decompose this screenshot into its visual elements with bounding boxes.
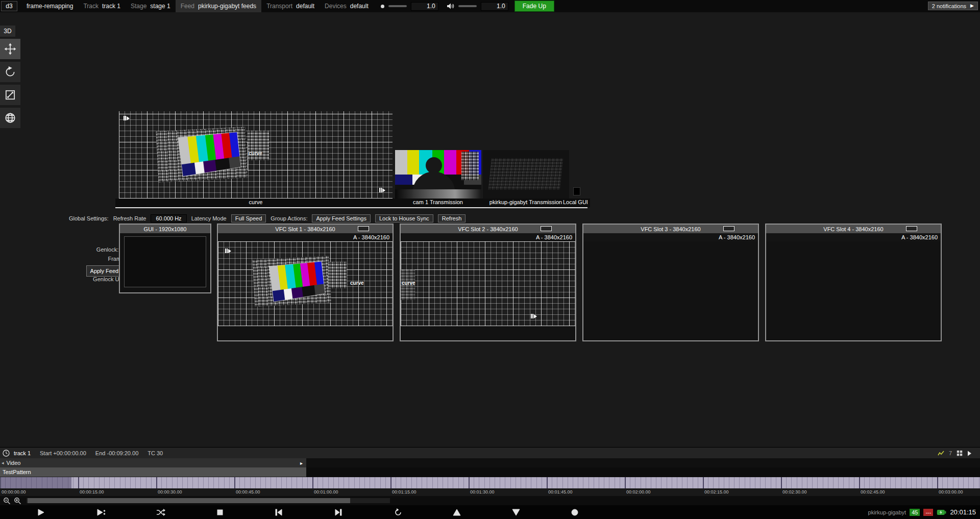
latency-mode-value[interactable]: Full Speed [231, 214, 266, 223]
stop-button[interactable] [209, 505, 231, 519]
ruler-tick [312, 477, 313, 488]
feed-label-cam1[interactable]: cam 1 Transmission [413, 199, 463, 205]
volume-value-a[interactable]: 1.0 [411, 2, 438, 11]
collapse-arrow-icon[interactable]: ◂ [2, 460, 4, 465]
rotate-icon [4, 66, 16, 78]
volume-value-b[interactable]: 1.0 [481, 2, 508, 11]
track-start[interactable]: Start +00:00:00.00 [40, 450, 86, 456]
timeline-scrollbar-track[interactable] [27, 498, 390, 503]
up-button[interactable] [446, 505, 468, 519]
vfc4-checkbox[interactable] [906, 226, 917, 231]
menu-stage[interactable]: Stage stage 1 [126, 0, 176, 12]
vfc3-header[interactable]: VFC Slot 3 - 3840x2160 [583, 225, 758, 233]
vfc1-header[interactable]: VFC Slot 1 - 3840x2160 [218, 225, 393, 233]
rotate-tool-button[interactable] [0, 62, 20, 82]
vfc2-body[interactable]: curve [401, 241, 575, 340]
refresh-rate-value[interactable]: 60.000 Hz [151, 214, 186, 223]
feed-label-pkirkup[interactable]: pkirkup-gigabyt Transmission [489, 199, 562, 205]
feed-label-curve[interactable]: curve [249, 199, 263, 205]
track-end[interactable]: End -00:09:20.00 [95, 450, 138, 456]
timeline-scrollbar-thumb[interactable] [28, 498, 350, 503]
globe-tool-button[interactable] [0, 108, 20, 128]
skip-back-icon [275, 508, 283, 516]
expand-arrow-icon[interactable]: ▸ [300, 460, 303, 466]
grid-view-icon[interactable] [957, 450, 963, 456]
vfc3-checkbox[interactable] [723, 226, 734, 231]
apply-feed-settings-button[interactable]: Apply Feed Settings [312, 214, 370, 223]
trackbar-icon-cluster: 7 [938, 448, 972, 459]
feed-label-local-gui[interactable]: Local GUI [563, 199, 588, 205]
down-button[interactable] [505, 505, 527, 519]
vfc2-feed-name: curve [402, 280, 415, 286]
play-icon [37, 508, 45, 516]
record-button[interactable] [564, 505, 586, 519]
ruler-tick [635, 477, 635, 488]
vfc4-header[interactable]: VFC Slot 4 - 3840x2160 [766, 225, 941, 233]
move-tool-button[interactable] [0, 39, 20, 59]
move-icon [4, 43, 16, 55]
feed-preview-pkirkup[interactable] [483, 150, 569, 199]
lock-house-sync-button[interactable]: Lock to House Sync [375, 214, 433, 223]
vfc2-header[interactable]: VFC Slot 2 - 3840x2160 [401, 225, 575, 233]
vfc1-body[interactable]: curve [218, 241, 393, 340]
track-name[interactable]: track 1 [14, 450, 31, 456]
feed-preview-cam1[interactable] [395, 150, 481, 199]
gui-panel-body[interactable] [120, 233, 210, 291]
feed-scrollbar[interactable] [115, 207, 587, 208]
refresh-button[interactable]: Refresh [438, 214, 466, 223]
play-section-button[interactable] [90, 505, 112, 519]
vfc2-checkbox[interactable] [541, 226, 552, 231]
menu-transport-label: Transport [266, 3, 292, 10]
ruler-tick [390, 477, 391, 488]
previous-button[interactable] [267, 505, 290, 519]
output-panel-vfc4: VFC Slot 4 - 3840x2160 A - 3840x2160 [765, 224, 942, 341]
fade-up-button[interactable]: Fade Up [514, 1, 554, 12]
vfc3-body[interactable] [583, 241, 758, 340]
ruler-tick [239, 477, 240, 488]
ruler-tick [307, 477, 308, 488]
ruler-tick [937, 477, 938, 488]
volume-slider-a[interactable] [388, 5, 407, 7]
expand-arrow-icon[interactable] [967, 451, 972, 456]
ruler-tick [396, 477, 396, 488]
ruler-tick [979, 477, 979, 488]
play-button[interactable] [30, 505, 52, 519]
ruler-tick [781, 477, 782, 488]
menu-devices[interactable]: Devices default [320, 0, 374, 12]
return-to-start-button[interactable] [387, 505, 409, 519]
ruler-time-label: 00:02:45.00 [861, 489, 885, 495]
ruler-tick [291, 477, 292, 488]
down-triangle-icon [512, 509, 520, 516]
video-layer-group[interactable]: ◂ Video ▸ [0, 458, 306, 467]
scale-tool-button[interactable] [0, 85, 20, 105]
ruler-time-label: 00:02:30.00 [782, 489, 807, 495]
ruler-tick [177, 477, 178, 488]
clip-row: TestPattern [0, 467, 980, 477]
vfc4-body[interactable] [766, 241, 941, 340]
zoom-in-icon[interactable] [14, 497, 21, 505]
ruler-tick [422, 477, 422, 488]
vfc1-checkbox[interactable] [358, 226, 369, 231]
level-dot-icon [381, 5, 384, 8]
menu-transport[interactable]: Transport default [261, 0, 320, 12]
track-tc[interactable]: TC 30 [148, 450, 163, 456]
keyframe-icon[interactable] [938, 450, 944, 457]
ruler-tick [125, 477, 126, 488]
volume-slider-b[interactable] [458, 5, 477, 7]
ruler-tick [489, 477, 490, 488]
ruler-tick [333, 477, 334, 488]
menu-feed[interactable]: Feed pkirkup-gigabyt feeds [176, 0, 261, 12]
feed-preview-curve[interactable]: curve [119, 111, 393, 199]
testpattern-clip[interactable]: TestPattern [0, 467, 306, 477]
next-button[interactable] [327, 505, 350, 519]
zoom-out-icon[interactable] [3, 497, 11, 505]
menu-frame-remapping[interactable]: frame-remapping [21, 0, 78, 12]
notifications-badge[interactable]: 2 notifications ▶ [928, 2, 978, 10]
ruler-tick [474, 477, 474, 488]
feed-preview-local-gui[interactable] [573, 187, 580, 195]
shuffle-button[interactable] [150, 505, 172, 519]
menu-track[interactable]: Track track 1 [78, 0, 126, 12]
timeline-ruler[interactable] [0, 477, 980, 488]
d3-logo[interactable]: d3 [1, 1, 17, 11]
gui-panel-header[interactable]: GUI - 1920x1080 [120, 225, 210, 233]
